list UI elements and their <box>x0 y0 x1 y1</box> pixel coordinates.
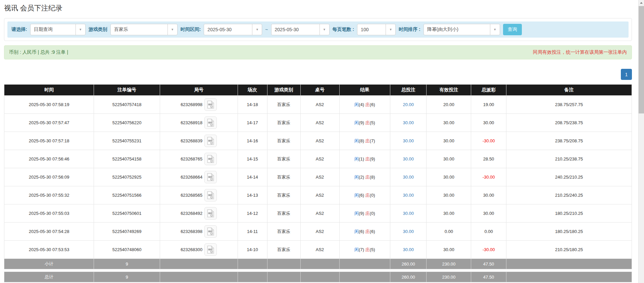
footer-valid-bet: 230.00 <box>427 272 471 282</box>
video-replay-button[interactable] <box>204 153 217 165</box>
video-replay-button[interactable] <box>204 189 217 201</box>
column-header-0: 时间 <box>4 85 94 96</box>
page-size-select[interactable]: 100 ▼ <box>357 24 396 35</box>
cell-total-bet: 30.00 <box>390 150 427 168</box>
footer-label: 小计 <box>4 259 94 269</box>
result-banker-label: 庄 <box>365 102 370 107</box>
cell-payout: -30.00 <box>471 241 506 259</box>
cell-remark: 180.25/180.25 <box>506 223 632 241</box>
total-bet-link[interactable]: 30.00 <box>403 247 414 252</box>
video-replay-button[interactable] <box>204 98 217 111</box>
video-replay-button[interactable] <box>204 116 217 129</box>
payout-value: 30.00 <box>483 211 494 216</box>
total-bet-link[interactable]: 30.00 <box>403 156 414 161</box>
footer-total-bet: 260.00 <box>390 272 427 282</box>
video-replay-button[interactable] <box>204 207 217 220</box>
cell-round: 623268918 <box>160 114 238 132</box>
cell-bet-id: 522540756220 <box>94 114 160 132</box>
cell-game: 百家乐 <box>267 241 300 259</box>
video-file-icon <box>207 209 214 218</box>
video-replay-button[interactable] <box>204 135 217 147</box>
page-1-button[interactable]: 1 <box>621 69 632 80</box>
total-bet-link[interactable]: 30.00 <box>403 175 414 180</box>
cell-remark: 210.25/180.25 <box>506 241 632 259</box>
cell-time: 2025-05-30 07:54:28 <box>4 223 94 241</box>
total-bet-link[interactable]: 30.00 <box>403 120 414 125</box>
total-bet-link[interactable]: 30.00 <box>403 229 414 234</box>
query-type-select[interactable]: 日期查询 ▼ <box>30 24 86 35</box>
total-bet-link[interactable]: 30.00 <box>403 193 414 198</box>
cell-table: AS2 <box>300 168 339 186</box>
total-bet-link[interactable]: 30.00 <box>403 211 414 216</box>
scrollbar[interactable] <box>638 0 644 283</box>
search-button[interactable]: 查询 <box>503 24 522 35</box>
video-replay-button[interactable] <box>204 171 217 183</box>
cell-game: 百家乐 <box>267 168 300 186</box>
cell-valid-bet: 30.00 <box>427 114 471 132</box>
footer-gap-cell <box>4 269 632 272</box>
cell-round: 623268300 <box>160 241 238 259</box>
result-player-value: (2) <box>359 175 364 180</box>
result-player-label: 闲 <box>354 193 359 198</box>
cell-result: 闲(1) 庄(9) <box>339 150 390 168</box>
result-banker-label: 庄 <box>365 138 370 143</box>
cell-time: 2025-05-30 07:55:32 <box>4 186 94 204</box>
cell-time: 2025-05-30 07:57:47 <box>4 114 94 132</box>
scroll-up-button[interactable] <box>639 0 644 6</box>
summary-note: 同局有效投注，统一计算在该局第一张注单内 <box>533 49 627 55</box>
cell-total-bet: 30.00 <box>390 114 427 132</box>
date-from-select[interactable]: 2025-05-30 ▼ <box>204 24 262 35</box>
cell-valid-bet: 20.00 <box>427 96 471 114</box>
total-bet-link[interactable]: 30.00 <box>403 138 414 143</box>
cell-result: 闲(9) 庄(5) <box>339 114 390 132</box>
cell-payout: 30.00 <box>471 186 506 204</box>
cell-payout: 19.00 <box>471 96 506 114</box>
video-replay-button[interactable] <box>204 243 217 256</box>
cell-time: 2025-05-30 07:58:19 <box>4 96 94 114</box>
footer-label: 总计 <box>4 272 94 282</box>
cell-game: 百家乐 <box>267 204 300 223</box>
cell-valid-bet: 30.00 <box>427 241 471 259</box>
footer-count: 9 <box>94 259 160 269</box>
game-type-select[interactable]: 百家乐 ▼ <box>110 24 178 35</box>
video-replay-button[interactable] <box>204 225 217 238</box>
total-bet-link[interactable]: 20.00 <box>403 102 414 107</box>
cell-payout: 0.00 <box>471 223 506 241</box>
cell-bet-id: 522540751566 <box>94 186 160 204</box>
column-header-3: 场次 <box>238 85 267 96</box>
result-banker-value: (9) <box>370 156 375 161</box>
column-header-5: 桌号 <box>300 85 339 96</box>
cell-session: 14-10 <box>238 241 267 259</box>
column-header-4: 游戏类别 <box>267 85 300 96</box>
scrollbar-thumb[interactable] <box>639 6 644 113</box>
result-banker-value: (0) <box>370 211 375 216</box>
cell-valid-bet: 30.00 <box>427 150 471 168</box>
round-number: 623268664 <box>181 175 202 180</box>
result-player-value: (8) <box>359 138 364 143</box>
result-player-value: (9) <box>359 211 364 216</box>
date-to-value: 2025-05-30 <box>271 24 319 35</box>
cell-total-bet: 30.00 <box>390 241 427 259</box>
cell-game: 百家乐 <box>267 96 300 114</box>
result-banker-value: (5) <box>370 120 375 125</box>
payout-value: 30.00 <box>483 193 494 198</box>
result-player-label: 闲 <box>354 247 359 252</box>
result-player-label: 闲 <box>354 120 359 125</box>
table-row: 2025-05-30 07:54:28522540749269623268398… <box>4 223 632 241</box>
result-banker-label: 庄 <box>365 120 370 125</box>
query-type-label: 请选择: <box>11 27 27 33</box>
cell-remark: 208.75/238.75 <box>506 114 632 132</box>
result-banker-value: (5) <box>370 247 375 252</box>
round-number: 623268565 <box>181 193 202 198</box>
cell-total-bet: 30.00 <box>390 186 427 204</box>
cell-remark: 210.25/238.75 <box>506 150 632 168</box>
cell-time: 2025-05-30 07:55:03 <box>4 204 94 223</box>
cell-session: 14-16 <box>238 132 267 150</box>
time-sort-select[interactable]: 降幂(由大到小) ▼ <box>424 24 500 35</box>
cell-table: AS2 <box>300 241 339 259</box>
cell-round: 623268839 <box>160 132 238 150</box>
chevron-up-icon <box>640 2 643 4</box>
date-to-select[interactable]: 2025-05-30 ▼ <box>271 24 330 35</box>
result-player-value: (6) <box>359 193 364 198</box>
cell-bet-id: 522540748060 <box>94 241 160 259</box>
